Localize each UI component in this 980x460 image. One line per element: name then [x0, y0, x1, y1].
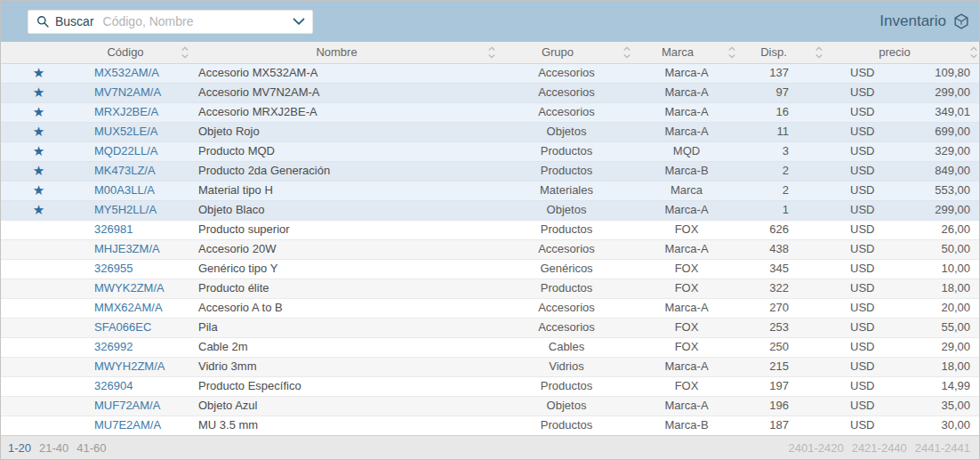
table-row[interactable]: ★ 326955 Genérico tipo Y Genéricos FOX 3… — [1, 259, 979, 278]
table-row[interactable]: ★ MU7E2AM/A MU 3.5 mm Productos Marca-B … — [1, 416, 979, 435]
table-row[interactable]: ★ 326904 Producto Específico Productos F… — [1, 376, 979, 396]
table-row[interactable]: ★ MMX62AM/A Accesorio A to B Accesorios … — [1, 298, 979, 318]
product-brand: FOX — [634, 318, 739, 337]
favorites-column-header — [1, 42, 76, 63]
price-amount: 18,00 — [941, 279, 970, 297]
table-row[interactable]: ★ MHJE3ZM/A Accesorio 20W Accesorios Mar… — [1, 239, 979, 259]
sort-icon[interactable] — [815, 45, 823, 59]
pagination-bar: 1-2021-4041-60 2401-24202421-24402441-24… — [1, 435, 979, 459]
table-row[interactable]: ★ 326992 Cable 2m Cables FOX 250 USD 29,… — [1, 337, 979, 357]
favorite-star-icon[interactable]: ★ — [33, 104, 44, 119]
product-code-link[interactable]: 326955 — [94, 262, 133, 275]
product-code-link[interactable]: 326981 — [94, 222, 133, 236]
favorite-star-icon[interactable]: ★ — [33, 65, 44, 80]
product-brand: Marca-A — [634, 396, 739, 416]
table-row[interactable]: ★ MUF72AM/A Objeto Azul Objetos Marca-A … — [1, 396, 979, 416]
sort-icon[interactable] — [969, 45, 978, 59]
sort-icon[interactable] — [623, 45, 631, 59]
product-name: Objeto Blaco — [192, 200, 499, 220]
favorite-star-icon[interactable]: ★ — [33, 143, 44, 158]
table-row[interactable]: ★ MK473LZ/A Producto 2da Generación Prod… — [1, 161, 979, 181]
top-bar: Buscar Inventario — [1, 1, 979, 42]
price-currency: USD — [850, 279, 874, 297]
price-currency: USD — [850, 240, 874, 258]
product-name: Objeto Azul — [192, 396, 499, 416]
product-code-link[interactable]: MWYH2ZM/A — [94, 359, 165, 373]
page-range-link[interactable]: 1-20 — [8, 441, 31, 455]
table-row[interactable]: ★ MWYH2ZM/A Vidrio 3mm Vidrios Marca-A 2… — [1, 357, 979, 376]
product-group: Accesorios — [499, 102, 634, 122]
product-brand: Marca — [634, 181, 739, 200]
product-brand: Marca-A — [634, 102, 739, 122]
sort-icon[interactable] — [727, 45, 736, 59]
table-row[interactable]: ★ MV7N2AM/A Accesorio MV7N2AM-A Accesori… — [1, 83, 979, 102]
product-code-link[interactable]: MU7E2AM/A — [94, 418, 161, 432]
favorite-star-icon[interactable]: ★ — [33, 124, 44, 139]
page-range-link[interactable]: 2401-2420 — [788, 441, 843, 455]
product-brand: FOX — [634, 376, 739, 396]
sort-icon[interactable] — [181, 45, 189, 59]
search-box[interactable]: Buscar — [28, 10, 313, 34]
search-input[interactable] — [103, 14, 287, 28]
product-code-link[interactable]: 326904 — [94, 379, 133, 392]
product-code-link[interactable]: MWYK2ZM/A — [94, 281, 165, 295]
favorite-star-icon[interactable]: ★ — [33, 182, 44, 198]
product-code-link[interactable]: MRXJ2BE/A — [94, 105, 158, 118]
table-row[interactable]: ★ MQD22LL/A Producto MQD Productos MQD 3… — [1, 141, 979, 161]
table-row[interactable]: ★ MUX52LE/A Objeto Rojo Objetos Marca-A … — [1, 122, 979, 141]
table-row[interactable]: ★ MWYK2ZM/A Producto élite Productos FOX… — [1, 278, 979, 298]
product-code-link[interactable]: SFA066EC — [94, 320, 151, 334]
column-header-codigo[interactable]: Código — [76, 42, 192, 63]
product-code-link[interactable]: M00A3LL/A — [94, 183, 155, 197]
product-name: Cable 2m — [192, 337, 499, 357]
table-row[interactable]: ★ MX532AM/A Accesorio MX532AM-A Accesori… — [1, 63, 979, 83]
page-range-link[interactable]: 21-40 — [39, 441, 68, 455]
product-code-link[interactable]: MMX62AM/A — [94, 301, 163, 314]
price-amount: 299,00 — [935, 201, 970, 219]
table-body: ★ MX532AM/A Accesorio MX532AM-A Accesori… — [1, 63, 979, 435]
product-code-link[interactable]: MX532AM/A — [94, 66, 159, 79]
product-brand: Marca-A — [634, 83, 739, 102]
product-group: Vidrios — [499, 357, 634, 376]
product-availability: 322 — [739, 278, 826, 298]
search-dropdown-chevron-icon[interactable] — [293, 18, 305, 26]
table-row[interactable]: ★ MY5H2LL/A Objeto Blaco Objetos Marca-A… — [1, 200, 979, 220]
price-amount: 20,00 — [941, 299, 970, 317]
page-range-link[interactable]: 2441-2441 — [915, 441, 970, 455]
sort-icon[interactable] — [487, 45, 496, 59]
table-row[interactable]: ★ SFA066EC Pila Accesorios FOX 253 USD 5… — [1, 318, 979, 337]
product-code-link[interactable]: MK473LZ/A — [94, 164, 156, 177]
product-code-link[interactable]: MHJE3ZM/A — [94, 242, 160, 255]
product-code-link[interactable]: MUF72AM/A — [94, 399, 160, 412]
favorite-star-icon[interactable]: ★ — [33, 202, 44, 217]
product-availability: 137 — [739, 63, 826, 83]
column-header-disp[interactable]: Disp. — [739, 42, 826, 63]
product-availability: 187 — [739, 416, 826, 435]
product-code-link[interactable]: MQD22LL/A — [94, 144, 158, 157]
table-row[interactable]: ★ 326981 Producto superior Productos FOX… — [1, 220, 979, 239]
product-name: Accesorio MX532AM-A — [192, 63, 499, 83]
price-amount: 553,00 — [935, 182, 970, 199]
price-amount: 18,00 — [941, 358, 970, 375]
product-group: Objetos — [499, 122, 634, 141]
product-code-link[interactable]: MUX52LE/A — [94, 125, 158, 138]
page-range-link[interactable]: 41-60 — [76, 441, 106, 455]
column-header-marca[interactable]: Marca — [634, 42, 739, 63]
product-brand: Marca-B — [634, 161, 739, 181]
product-code-link[interactable]: 326992 — [94, 340, 133, 353]
product-availability: 196 — [739, 396, 826, 416]
favorite-star-icon[interactable]: ★ — [33, 163, 44, 178]
product-code-link[interactable]: MY5H2LL/A — [94, 203, 157, 216]
product-code-link[interactable]: MV7N2AM/A — [94, 85, 161, 99]
product-group: Objetos — [499, 200, 634, 220]
column-header-nombre[interactable]: Nombre — [192, 42, 499, 63]
product-group: Objetos — [499, 396, 634, 416]
column-header-grupo[interactable]: Grupo — [499, 42, 634, 63]
favorite-star-icon[interactable]: ★ — [33, 85, 44, 100]
price-currency: USD — [850, 201, 874, 219]
table-row[interactable]: ★ MRXJ2BE/A Accesorio MRXJ2BE-A Accesori… — [1, 102, 979, 122]
table-row[interactable]: ★ M00A3LL/A Material tipo H Materiales M… — [1, 181, 979, 200]
column-header-precio[interactable]: precio — [826, 42, 979, 63]
price-currency: USD — [850, 358, 874, 375]
page-range-link[interactable]: 2421-2440 — [852, 441, 907, 455]
